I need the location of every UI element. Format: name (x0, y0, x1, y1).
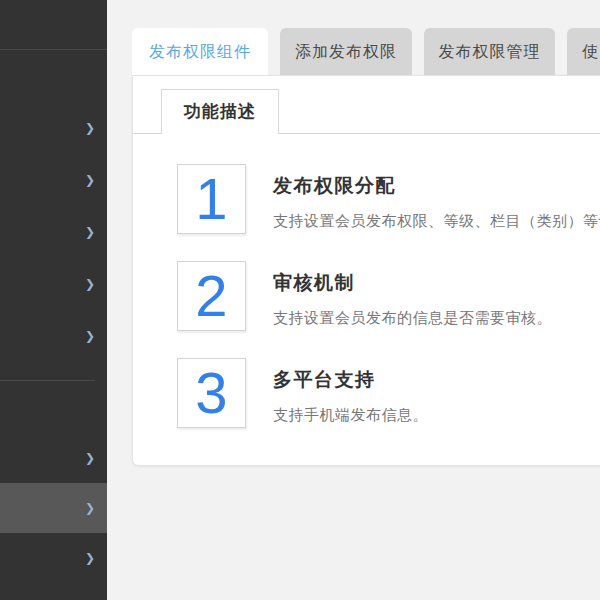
tab-bar: 发布权限组件 添加发布权限 发布权限管理 使 (132, 28, 600, 75)
feature-number-badge: 1 (177, 164, 246, 234)
sidebar-item[interactable]: ❯ (0, 102, 107, 154)
chevron-right-icon: ❯ (85, 278, 95, 290)
chevron-right-icon: ❯ (85, 552, 95, 564)
feature-description: 支持设置会员发布的信息是否需要审核。 (273, 309, 552, 328)
feature-text: 多平台支持 支持手机端发布信息。 (273, 358, 428, 428)
chevron-right-icon: ❯ (85, 174, 95, 186)
feature-text: 审核机制 支持设置会员发布的信息是否需要审核。 (273, 261, 552, 331)
feature-description: 支持手机端发布信息。 (273, 406, 428, 425)
tab-clipped[interactable]: 使 (567, 28, 600, 75)
feature-item: 1 发布权限分配 支持设置会员发布权限、等级、栏目（类别）等设 (177, 164, 600, 234)
feature-number-badge: 2 (177, 261, 246, 331)
feature-item: 3 多平台支持 支持手机端发布信息。 (177, 358, 600, 428)
tab-publish-permission-management[interactable]: 发布权限管理 (424, 28, 555, 75)
sidebar-item[interactable]: ❯ (0, 433, 107, 483)
feature-title: 多平台支持 (273, 367, 428, 393)
feature-number-badge: 3 (177, 358, 246, 428)
sidebar-item[interactable] (0, 50, 107, 102)
sidebar-item[interactable]: ❯ (0, 310, 107, 362)
feature-title: 发布权限分配 (273, 173, 600, 199)
subtab-bar: 功能描述 (133, 89, 600, 134)
sidebar-item-active[interactable]: ❯ (0, 483, 107, 533)
sidebar-header (0, 0, 107, 50)
chevron-right-icon: ❯ (85, 226, 95, 238)
feature-description: 支持设置会员发布权限、等级、栏目（类别）等设 (273, 212, 600, 231)
content-panel: 功能描述 1 发布权限分配 支持设置会员发布权限、等级、栏目（类别）等设 2 审… (132, 75, 600, 466)
main-content: 发布权限组件 添加发布权限 发布权限管理 使 功能描述 1 发布权限分配 支持设… (107, 0, 600, 600)
feature-item: 2 审核机制 支持设置会员发布的信息是否需要审核。 (177, 261, 600, 331)
feature-list: 1 发布权限分配 支持设置会员发布权限、等级、栏目（类别）等设 2 审核机制 支… (133, 134, 600, 428)
sidebar-item[interactable]: ❯ (0, 206, 107, 258)
chevron-right-icon: ❯ (85, 452, 95, 464)
chevron-right-icon: ❯ (85, 502, 95, 514)
sidebar-item[interactable]: ❯ (0, 533, 107, 583)
sidebar-item[interactable] (0, 381, 107, 433)
chevron-right-icon: ❯ (85, 330, 95, 342)
tab-add-publish-permission[interactable]: 添加发布权限 (280, 28, 412, 75)
feature-title: 审核机制 (273, 270, 552, 296)
sidebar-item[interactable]: ❯ (0, 154, 107, 206)
feature-text: 发布权限分配 支持设置会员发布权限、等级、栏目（类别）等设 (273, 164, 600, 234)
chevron-right-icon: ❯ (85, 122, 95, 134)
sidebar: ❯ ❯ ❯ ❯ ❯ ❯ ❯ ❯ (0, 0, 107, 600)
sidebar-item[interactable]: ❯ (0, 258, 107, 310)
tab-publish-permission-component[interactable]: 发布权限组件 (132, 28, 268, 75)
subtab-feature-description[interactable]: 功能描述 (161, 89, 279, 134)
